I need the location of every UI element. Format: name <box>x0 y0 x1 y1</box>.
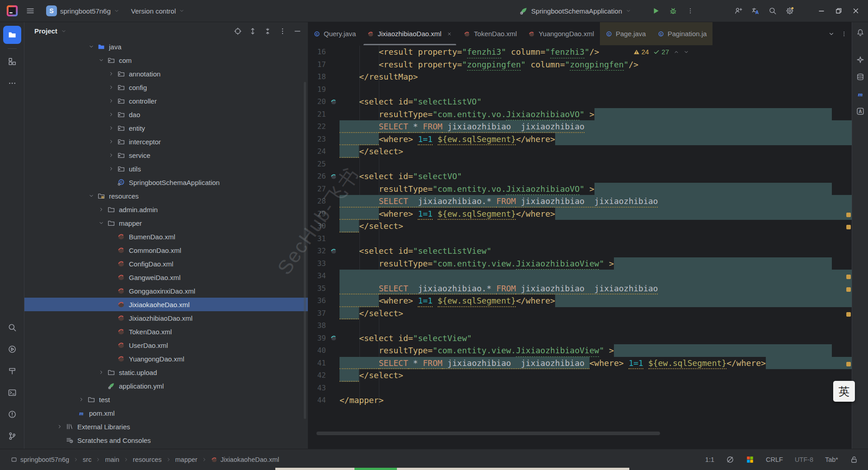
code-line-24[interactable]: 24 </select> <box>308 145 852 158</box>
error-stripe-mark[interactable] <box>846 312 851 317</box>
tree-item-annotation[interactable]: annotation <box>24 67 308 81</box>
tree-item-UserDao.xml[interactable]: UserDao.xml <box>24 338 308 352</box>
chevron-right-icon[interactable] <box>96 370 107 375</box>
code-line-38[interactable]: 38 <box>308 319 852 332</box>
code-line-21[interactable]: 21 resultType="com.entity.vo.Jixiaozhibi… <box>308 108 852 121</box>
chevron-right-icon[interactable] <box>106 152 117 158</box>
tree-item-GangweiDao.xml[interactable]: GangweiDao.xml <box>24 271 308 284</box>
tree-item-YuangongDao.xml[interactable]: YuangongDao.xml <box>24 352 308 366</box>
horizontal-scrollbar[interactable] <box>316 432 660 435</box>
mybatis-statement-icon[interactable] <box>328 170 340 183</box>
chevron-right-icon[interactable] <box>54 424 65 429</box>
chevron-right-icon[interactable] <box>106 98 117 104</box>
project-panel-title[interactable]: Project <box>34 27 57 35</box>
close-icon[interactable] <box>447 31 452 37</box>
breadcrumb-mapper[interactable]: mapper <box>175 456 198 463</box>
breadcrumb-main[interactable]: main <box>105 456 119 463</box>
line-number[interactable]: 36 <box>308 294 328 307</box>
code-editor[interactable]: 16 <result property="fenzhi3" column="fe… <box>308 46 852 449</box>
line-number[interactable]: 27 <box>308 183 328 195</box>
project-widget[interactable]: S springboot57n6g <box>42 3 123 19</box>
line-number[interactable]: 25 <box>308 158 328 171</box>
structure-tool-button[interactable] <box>3 52 21 71</box>
run-configuration-selector[interactable]: SpringbootSchemaApplication <box>516 5 635 17</box>
chevron-right-icon[interactable] <box>96 207 107 212</box>
code-with-me-button[interactable] <box>731 3 746 19</box>
tree-item-interceptor[interactable]: interceptor <box>24 135 308 148</box>
caret-position[interactable]: 1:1 <box>705 456 714 463</box>
line-number[interactable]: 40 <box>308 344 328 357</box>
tree-item-dao[interactable]: dao <box>24 108 308 121</box>
run-tool-button[interactable] <box>3 340 21 358</box>
code-line-25[interactable]: 25 <box>308 158 852 171</box>
tree-item-BumenDao.xml[interactable]: BumenDao.xml <box>24 230 308 243</box>
error-stripe-mark[interactable] <box>846 362 851 366</box>
tree-item-GonggaoxinxiDao.xml[interactable]: GonggaoxinxiDao.xml <box>24 284 308 298</box>
line-number[interactable]: 44 <box>308 394 328 407</box>
line-number[interactable]: 21 <box>308 108 328 121</box>
line-number[interactable]: 23 <box>308 133 328 146</box>
tab-Pagination.ja[interactable]: CPagination.ja <box>652 22 713 45</box>
code-line-39[interactable]: 39 <select id="selectView" <box>308 332 852 345</box>
code-line-36[interactable]: 36 <where> 1=1 ${ew.sqlSegment}</where> <box>308 294 852 307</box>
debug-button[interactable] <box>665 3 681 19</box>
tab-Query.java[interactable]: CQuery.java <box>308 22 362 45</box>
tab-YuangongDao.xml[interactable]: YuangongDao.xml <box>523 22 600 45</box>
tree-item-controller[interactable]: controller <box>24 94 308 108</box>
problems-tool-button[interactable] <box>3 405 21 423</box>
line-number[interactable]: 29 <box>308 208 328 220</box>
tree-item-config[interactable]: config <box>24 81 308 94</box>
tab-options-button[interactable] <box>841 31 847 37</box>
code-line-44[interactable]: 44</mapper> <box>308 394 852 407</box>
build-tool-button[interactable] <box>3 362 21 380</box>
code-line-34[interactable]: 34 <box>308 270 852 282</box>
window-close-button[interactable] <box>848 3 863 19</box>
breadcrumb-resources[interactable]: resources <box>133 456 162 463</box>
inspection-widget[interactable]: 24 27 <box>633 48 689 56</box>
line-number[interactable]: 34 <box>308 270 328 282</box>
error-stripe-mark[interactable] <box>846 213 851 217</box>
code-line-22[interactable]: 22 SELECT * FROM jixiaozhibiao jixiaozhi… <box>308 120 852 133</box>
line-number[interactable]: 19 <box>308 83 328 96</box>
mybatis-statement-icon[interactable] <box>328 332 340 345</box>
line-number[interactable]: 24 <box>308 145 328 158</box>
code-line-32[interactable]: 32 <select id="selectListView" <box>308 245 852 257</box>
chevron-right-icon[interactable] <box>106 139 117 144</box>
indent-selector[interactable]: Tab* <box>825 456 838 463</box>
tree-item-application.yml[interactable]: application.yml <box>24 379 308 393</box>
code-line-29[interactable]: 29 <where> 1=1 ${ew.sqlSegment}</where> <box>308 208 852 220</box>
terminal-tool-button[interactable] <box>3 384 21 402</box>
tree-item-service[interactable]: service <box>24 148 308 162</box>
chevron-down-icon[interactable] <box>96 220 107 226</box>
line-number[interactable]: 35 <box>308 282 328 295</box>
chevron-right-icon[interactable] <box>106 166 117 171</box>
line-number[interactable]: 41 <box>308 357 328 370</box>
line-number[interactable]: 38 <box>308 319 328 332</box>
microsoft-defender-icon[interactable] <box>746 456 754 464</box>
tree-item-Scratches and Consoles[interactable]: Scratches and Consoles <box>24 433 308 447</box>
breadcrumb-JixiaokaoheDao.xml[interactable]: JixiaokaoheDao.xml <box>211 456 279 463</box>
chevron-right-icon[interactable] <box>76 397 87 402</box>
error-stripe-mark[interactable] <box>846 225 851 229</box>
line-number[interactable]: 28 <box>308 195 328 208</box>
database-tool-button[interactable] <box>854 70 867 84</box>
code-line-28[interactable]: 28 SELECT jixiaozhibiao.* FROM jixiaozhi… <box>308 195 852 208</box>
more-actions-button[interactable] <box>683 3 698 19</box>
find-tool-button[interactable] <box>3 318 21 337</box>
code-line-26[interactable]: 26 <select id="selectVO" <box>308 170 852 183</box>
code-line-30[interactable]: 30 </select> <box>308 220 852 233</box>
chevron-right-icon[interactable] <box>106 112 117 117</box>
breadcrumb-src[interactable]: src <box>83 456 91 463</box>
tree-item-test[interactable]: test <box>24 393 308 406</box>
line-number[interactable]: 33 <box>308 257 328 270</box>
tree-item-resources[interactable]: resources <box>24 189 308 203</box>
project-tool-button[interactable] <box>3 26 21 44</box>
vcs-widget[interactable]: Version control <box>127 5 188 18</box>
error-stripe-mark[interactable] <box>846 275 851 279</box>
chevron-down-icon[interactable] <box>96 57 107 63</box>
search-everywhere-button[interactable] <box>765 3 780 19</box>
tree-item-SpringbootSchemaApplication[interactable]: CSpringbootSchemaApplication <box>24 176 308 189</box>
tab-JixiaozhibiaoDao.xml[interactable]: JixiaozhibiaoDao.xml <box>362 22 458 45</box>
tree-item-mapper[interactable]: mapper <box>24 216 308 230</box>
line-number[interactable]: 18 <box>308 71 328 83</box>
